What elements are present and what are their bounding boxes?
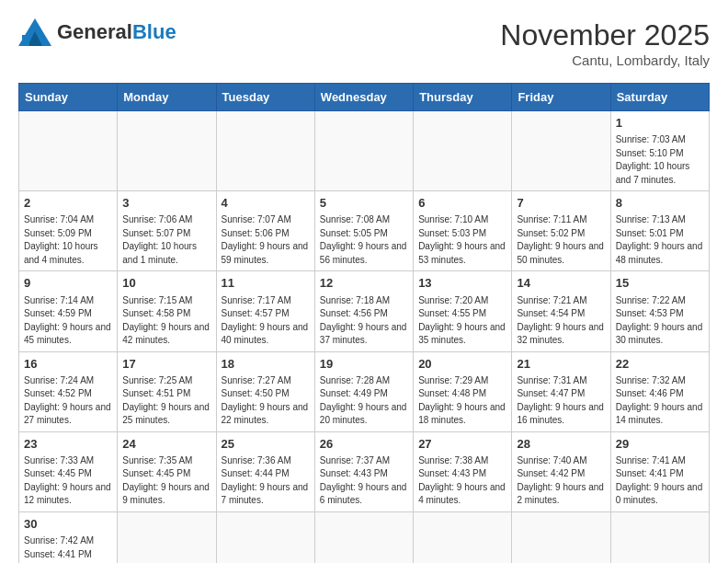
calendar-cell: 5Sunrise: 7:08 AM Sunset: 5:05 PM Daylig…: [314, 191, 413, 271]
day-info: Sunrise: 7:14 AM Sunset: 4:59 PM Dayligh…: [24, 294, 112, 348]
calendar-cell: 16Sunrise: 7:24 AM Sunset: 4:52 PM Dayli…: [19, 351, 118, 431]
day-number: 28: [517, 436, 605, 453]
location: Cantu, Lombardy, Italy: [500, 52, 710, 68]
day-info: Sunrise: 7:04 AM Sunset: 5:09 PM Dayligh…: [24, 213, 112, 267]
day-number: 10: [122, 275, 210, 292]
day-info: Sunrise: 7:28 AM Sunset: 4:49 PM Dayligh…: [320, 374, 408, 428]
weekday-header-thursday: Thursday: [414, 84, 512, 111]
day-info: Sunrise: 7:24 AM Sunset: 4:52 PM Dayligh…: [24, 374, 112, 428]
day-info: Sunrise: 7:36 AM Sunset: 4:44 PM Dayligh…: [222, 454, 310, 508]
calendar-cell: [314, 511, 413, 563]
day-info: Sunrise: 7:10 AM Sunset: 5:03 PM Dayligh…: [418, 213, 506, 267]
calendar-cell: [414, 511, 512, 563]
calendar-cell: 2Sunrise: 7:04 AM Sunset: 5:09 PM Daylig…: [19, 191, 118, 271]
day-number: 22: [616, 356, 704, 373]
calendar-cell: 12Sunrise: 7:18 AM Sunset: 4:56 PM Dayli…: [314, 271, 413, 351]
day-number: 1: [616, 115, 704, 132]
calendar-week-2: 2Sunrise: 7:04 AM Sunset: 5:09 PM Daylig…: [19, 191, 710, 271]
day-info: Sunrise: 7:22 AM Sunset: 4:53 PM Dayligh…: [616, 294, 704, 348]
calendar-cell: 29Sunrise: 7:41 AM Sunset: 4:41 PM Dayli…: [610, 431, 709, 511]
day-info: Sunrise: 7:13 AM Sunset: 5:01 PM Dayligh…: [616, 213, 704, 267]
day-number: 19: [320, 356, 408, 373]
day-info: Sunrise: 7:07 AM Sunset: 5:06 PM Dayligh…: [222, 213, 310, 267]
svg-rect-2: [22, 35, 29, 46]
calendar-cell: 21Sunrise: 7:31 AM Sunset: 4:47 PM Dayli…: [512, 351, 610, 431]
weekday-header-row: SundayMondayTuesdayWednesdayThursdayFrid…: [19, 84, 710, 111]
day-info: Sunrise: 7:11 AM Sunset: 5:02 PM Dayligh…: [517, 213, 605, 267]
day-info: Sunrise: 7:03 AM Sunset: 5:10 PM Dayligh…: [616, 133, 704, 187]
calendar-week-6: 30Sunrise: 7:42 AM Sunset: 4:41 PM Dayli…: [19, 511, 710, 563]
day-info: Sunrise: 7:38 AM Sunset: 4:43 PM Dayligh…: [418, 454, 506, 508]
weekday-header-tuesday: Tuesday: [216, 84, 314, 111]
logo-text: GeneralBlue: [57, 21, 176, 43]
day-number: 15: [616, 275, 704, 292]
calendar-week-1: 1Sunrise: 7:03 AM Sunset: 5:10 PM Daylig…: [19, 111, 710, 191]
calendar-cell: 10Sunrise: 7:15 AM Sunset: 4:58 PM Dayli…: [118, 271, 216, 351]
calendar-week-5: 23Sunrise: 7:33 AM Sunset: 4:45 PM Dayli…: [19, 431, 710, 511]
calendar-cell: 3Sunrise: 7:06 AM Sunset: 5:07 PM Daylig…: [118, 191, 216, 271]
logo: GeneralBlue: [18, 18, 176, 46]
calendar-week-4: 16Sunrise: 7:24 AM Sunset: 4:52 PM Dayli…: [19, 351, 710, 431]
calendar-cell: [216, 111, 314, 191]
day-info: Sunrise: 7:08 AM Sunset: 5:05 PM Dayligh…: [320, 213, 408, 267]
calendar-cell: 25Sunrise: 7:36 AM Sunset: 4:44 PM Dayli…: [216, 431, 314, 511]
calendar-cell: 30Sunrise: 7:42 AM Sunset: 4:41 PM Dayli…: [19, 511, 118, 563]
calendar-cell: [512, 511, 610, 563]
month-title: November 2025: [500, 18, 710, 52]
calendar-cell: [610, 511, 709, 563]
calendar-cell: 8Sunrise: 7:13 AM Sunset: 5:01 PM Daylig…: [610, 191, 709, 271]
day-number: 27: [418, 436, 506, 453]
calendar-cell: [314, 111, 413, 191]
calendar-cell: 15Sunrise: 7:22 AM Sunset: 4:53 PM Dayli…: [610, 271, 709, 351]
day-number: 18: [222, 356, 310, 373]
calendar-cell: [512, 111, 610, 191]
weekday-header-wednesday: Wednesday: [314, 84, 413, 111]
day-info: Sunrise: 7:35 AM Sunset: 4:45 PM Dayligh…: [122, 454, 210, 508]
day-info: Sunrise: 7:42 AM Sunset: 4:41 PM Dayligh…: [24, 534, 112, 563]
weekday-header-saturday: Saturday: [610, 84, 709, 111]
day-info: Sunrise: 7:29 AM Sunset: 4:48 PM Dayligh…: [418, 374, 506, 428]
day-info: Sunrise: 7:40 AM Sunset: 4:42 PM Dayligh…: [517, 454, 605, 508]
day-number: 21: [517, 356, 605, 373]
calendar-cell: [19, 111, 118, 191]
calendar-cell: 7Sunrise: 7:11 AM Sunset: 5:02 PM Daylig…: [512, 191, 610, 271]
day-number: 23: [24, 436, 112, 453]
calendar-cell: 4Sunrise: 7:07 AM Sunset: 5:06 PM Daylig…: [216, 191, 314, 271]
weekday-header-friday: Friday: [512, 84, 610, 111]
day-number: 3: [122, 195, 210, 212]
calendar-cell: 23Sunrise: 7:33 AM Sunset: 4:45 PM Dayli…: [19, 431, 118, 511]
calendar-cell: [118, 511, 216, 563]
calendar-cell: [216, 511, 314, 563]
day-info: Sunrise: 7:31 AM Sunset: 4:47 PM Dayligh…: [517, 374, 605, 428]
day-number: 5: [320, 195, 408, 212]
calendar-week-3: 9Sunrise: 7:14 AM Sunset: 4:59 PM Daylig…: [19, 271, 710, 351]
day-number: 30: [24, 516, 112, 533]
weekday-header-monday: Monday: [118, 84, 216, 111]
page-header: GeneralBlue November 2025 Cantu, Lombard…: [18, 18, 710, 68]
day-info: Sunrise: 7:15 AM Sunset: 4:58 PM Dayligh…: [122, 294, 210, 348]
day-number: 26: [320, 436, 408, 453]
day-number: 4: [222, 195, 310, 212]
calendar-cell: 1Sunrise: 7:03 AM Sunset: 5:10 PM Daylig…: [610, 111, 709, 191]
calendar-cell: 14Sunrise: 7:21 AM Sunset: 4:54 PM Dayli…: [512, 271, 610, 351]
day-number: 24: [122, 436, 210, 453]
day-number: 8: [616, 195, 704, 212]
day-number: 20: [418, 356, 506, 373]
day-info: Sunrise: 7:18 AM Sunset: 4:56 PM Dayligh…: [320, 294, 408, 348]
calendar-cell: 11Sunrise: 7:17 AM Sunset: 4:57 PM Dayli…: [216, 271, 314, 351]
calendar-cell: [414, 111, 512, 191]
day-number: 2: [24, 195, 112, 212]
day-number: 29: [616, 436, 704, 453]
day-number: 6: [418, 195, 506, 212]
day-info: Sunrise: 7:17 AM Sunset: 4:57 PM Dayligh…: [222, 294, 310, 348]
calendar-cell: 9Sunrise: 7:14 AM Sunset: 4:59 PM Daylig…: [19, 271, 118, 351]
calendar-cell: 27Sunrise: 7:38 AM Sunset: 4:43 PM Dayli…: [414, 431, 512, 511]
day-info: Sunrise: 7:25 AM Sunset: 4:51 PM Dayligh…: [122, 374, 210, 428]
calendar-cell: 6Sunrise: 7:10 AM Sunset: 5:03 PM Daylig…: [414, 191, 512, 271]
day-info: Sunrise: 7:41 AM Sunset: 4:41 PM Dayligh…: [616, 454, 704, 508]
calendar-cell: [118, 111, 216, 191]
day-number: 12: [320, 275, 408, 292]
day-number: 16: [24, 356, 112, 373]
title-block: November 2025 Cantu, Lombardy, Italy: [500, 18, 710, 68]
calendar-cell: 28Sunrise: 7:40 AM Sunset: 4:42 PM Dayli…: [512, 431, 610, 511]
